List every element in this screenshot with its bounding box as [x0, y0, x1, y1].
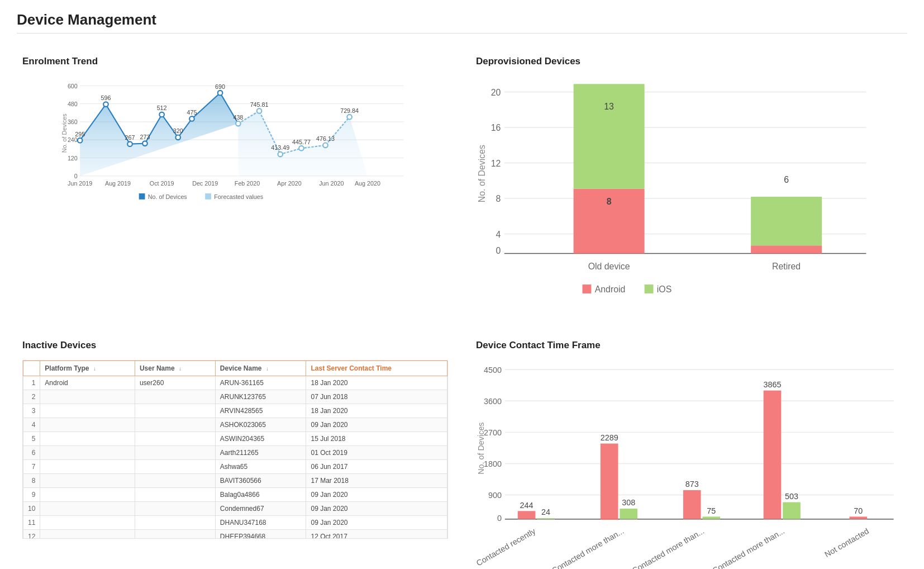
ct-y-axis-title: No. of Devices	[477, 422, 485, 474]
ct4-corporate	[783, 502, 801, 519]
col-device[interactable]: Device Name ↓	[215, 361, 306, 376]
deprovisioned-title: Deprovisioned Devices	[476, 56, 902, 67]
row-platform	[40, 418, 135, 432]
dep-y-8: 8	[496, 194, 501, 203]
table-row: 11DHANU34716809 Jan 2020	[23, 515, 447, 529]
enrolment-svg: 600 480 360 240 120 0 No. of Devices	[22, 76, 448, 233]
x-aug20: Aug 2020	[355, 180, 380, 187]
dep-y-12: 12	[491, 159, 501, 168]
row-user	[135, 459, 215, 473]
inactive-table: Platform Type ↓ User Name ↓ Device Name …	[23, 361, 447, 539]
ct-y-2700: 2700	[484, 428, 502, 437]
row-contact: 09 Jan 2020	[306, 487, 447, 501]
enrolment-trend-title: Enrolment Trend	[22, 56, 448, 67]
inactive-table-container[interactable]: Platform Type ↓ User Name ↓ Device Name …	[22, 360, 448, 539]
val-14: 729.84	[340, 107, 359, 114]
col-contact[interactable]: Last Server Contact Time	[306, 361, 447, 376]
row-device: Balag0a4866	[215, 487, 306, 501]
x-oct19: Oct 2019	[150, 180, 174, 187]
row-num: 5	[23, 432, 40, 445]
dp-1	[78, 138, 83, 143]
dep-y-20: 20	[491, 88, 501, 97]
row-user	[135, 445, 215, 459]
ct-y-0: 0	[497, 513, 502, 522]
deprovisioned-svg: 20 16 12 8 4 0 No. of Devices	[476, 76, 902, 307]
row-platform	[40, 529, 135, 539]
val-4: 273	[140, 134, 150, 140]
ct5-u-label: 70	[854, 506, 863, 515]
dep-leg-android: Android	[595, 284, 626, 294]
x-aug19: Aug 2019	[105, 180, 131, 187]
row-device: BAVIT360566	[215, 473, 306, 487]
row-user	[135, 515, 215, 529]
row-platform	[40, 501, 135, 515]
dp-5	[159, 112, 164, 117]
col-platform[interactable]: Platform Type ↓	[40, 361, 135, 376]
val-5: 512	[157, 105, 167, 111]
title-divider	[17, 33, 907, 34]
ct-y-1800: 1800	[484, 459, 502, 468]
row-num: 6	[23, 445, 40, 459]
legend-actual-label: No. of Devices	[148, 193, 187, 200]
row-contact: 09 Jan 2020	[306, 418, 447, 432]
ct4-unknown	[764, 390, 782, 519]
col-user[interactable]: User Name ↓	[135, 361, 215, 376]
row-user	[135, 501, 215, 515]
ct2-unknown	[601, 519, 618, 519]
table-row: 9Balag0a486609 Jan 2020	[23, 487, 447, 501]
enrolment-trend-chart: 600 480 360 240 120 0 No. of Devices	[22, 76, 448, 233]
x-apr20: Apr 2020	[277, 180, 302, 187]
val-10: 745.81	[250, 101, 269, 108]
old-android-label: 8	[607, 197, 612, 206]
legend-forecast-label: Forecasted values	[214, 193, 263, 200]
x-feb20: Feb 2020	[235, 180, 260, 187]
row-contact: 01 Oct 2019	[306, 445, 447, 459]
table-row: 12DHEEP39466812 Oct 2017	[23, 529, 447, 539]
page-title: Device Management	[17, 11, 907, 29]
legend-forecast-box	[205, 193, 211, 200]
row-contact: 12 Oct 2017	[306, 529, 447, 539]
row-user	[135, 529, 215, 539]
deprovisioned-panel: Deprovisioned Devices 20 16 12 8 4 0	[470, 47, 907, 314]
row-platform	[40, 487, 135, 501]
row-device: Condemned67	[215, 501, 306, 515]
table-header-row: Platform Type ↓ User Name ↓ Device Name …	[23, 361, 447, 376]
row-user	[135, 473, 215, 487]
dp-13	[323, 143, 328, 148]
row-platform	[40, 404, 135, 418]
val-12: 445.77	[292, 139, 311, 145]
x-dec19: Dec 2019	[192, 180, 218, 187]
row-contact: 18 Jan 2020	[306, 404, 447, 418]
ct1-u-label: 244	[520, 500, 534, 509]
dp-3	[127, 141, 132, 146]
row-contact: 17 Mar 2018	[306, 473, 447, 487]
y-label-600: 600	[68, 83, 78, 89]
val-9: 438	[233, 114, 243, 121]
ret-ios-label: 6	[784, 175, 789, 184]
table-row: 1Androiduser260ARUN-36116518 Jan 2020	[23, 376, 447, 390]
table-row: 7Ashwa6506 Jun 2017	[23, 459, 447, 473]
row-num: 4	[23, 418, 40, 432]
inactive-devices-title: Inactive Devices	[22, 340, 448, 351]
col-num	[23, 361, 40, 376]
inactive-table-body: 1Androiduser260ARUN-36116518 Jan 20202AR…	[23, 376, 447, 539]
device-contact-panel: Device Contact Time Frame 4500 3600 2700…	[470, 331, 907, 569]
val-6: 320	[173, 127, 183, 134]
row-num: 12	[23, 529, 40, 539]
dep-leg-android-box	[583, 284, 592, 293]
ct-x-1: Contacted recently	[476, 526, 537, 567]
row-device: DHANU347168	[215, 515, 306, 529]
row-platform	[40, 473, 135, 487]
old-ios-label: 13	[604, 102, 614, 111]
row-platform	[40, 432, 135, 445]
dp-14	[347, 115, 352, 120]
table-row: 8BAVIT36056617 Mar 2018	[23, 473, 447, 487]
x-jun20: Jun 2020	[319, 180, 344, 187]
row-num: 2	[23, 390, 40, 404]
ct4-u-label: 3865	[764, 380, 782, 389]
row-device: ASWIN204365	[215, 432, 306, 445]
row-num: 8	[23, 473, 40, 487]
ct2-big-label: 2289	[601, 433, 618, 442]
row-user	[135, 404, 215, 418]
ct-y-3600: 3600	[484, 397, 502, 406]
